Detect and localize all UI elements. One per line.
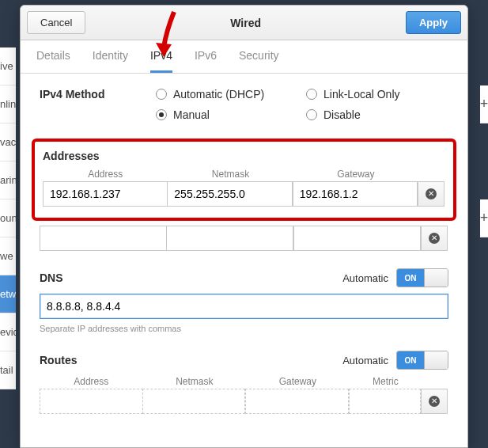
col-metric: Metric	[350, 376, 422, 387]
close-icon: ✕	[429, 233, 440, 244]
gateway-input[interactable]	[293, 226, 421, 251]
route-netmask-input[interactable]	[142, 389, 246, 414]
col-netmask: Netmask	[168, 169, 293, 180]
col-gateway: Gateway	[293, 169, 418, 180]
radio-manual[interactable]: Manual	[156, 108, 298, 121]
col-address: Address	[43, 169, 168, 180]
route-address-input[interactable]	[40, 389, 143, 414]
dns-title: DNS	[40, 271, 63, 284]
address-row: ✕	[43, 181, 445, 207]
netmask-input[interactable]	[166, 226, 293, 251]
ipv4-method-label: IPv4 Method	[40, 88, 132, 121]
delete-row-button[interactable]: ✕	[421, 226, 448, 251]
radio-icon	[156, 89, 167, 100]
dns-automatic-label: Automatic	[342, 272, 388, 284]
routes-automatic-switch[interactable]: ON	[396, 351, 448, 370]
tab-security[interactable]: Security	[239, 40, 279, 73]
delete-row-button[interactable]: ✕	[418, 181, 444, 207]
plus-fragment: +	[480, 199, 488, 237]
radio-automatic-dhcp[interactable]: Automatic (DHCP)	[156, 88, 298, 101]
sidebar-fragment: ivenlinvac arinouncwe etwevictail	[0, 47, 16, 389]
address-input[interactable]	[40, 226, 167, 251]
routes-title: Routes	[40, 354, 77, 366]
address-row-empty: ✕	[40, 226, 448, 251]
dialog-title: Wired	[85, 17, 405, 29]
switch-on-label: ON	[397, 269, 424, 287]
dns-automatic-switch[interactable]: ON	[396, 268, 448, 287]
plus-fragment: +	[480, 85, 488, 123]
dns-hint: Separate IP addresses with commas	[40, 324, 448, 333]
cancel-button[interactable]: Cancel	[27, 11, 85, 34]
content-area: IPv4 Method Automatic (DHCP) Link-Local …	[21, 74, 467, 447]
switch-knob	[424, 269, 448, 287]
routes-automatic-label: Automatic	[342, 355, 388, 366]
radio-icon	[306, 109, 317, 120]
addresses-title: Addresses	[43, 150, 445, 162]
switch-knob	[424, 351, 448, 369]
delete-route-button[interactable]: ✕	[421, 389, 448, 414]
radio-disable[interactable]: Disable	[306, 108, 448, 121]
radio-icon	[156, 109, 167, 120]
apply-button[interactable]: Apply	[406, 11, 461, 34]
netmask-input[interactable]	[167, 181, 292, 207]
tab-details[interactable]: Details	[36, 40, 70, 73]
radio-link-local[interactable]: Link-Local Only	[306, 88, 448, 101]
route-row: ✕	[40, 389, 448, 414]
close-icon: ✕	[426, 188, 437, 199]
route-metric-input[interactable]	[349, 389, 421, 414]
network-settings-dialog: Cancel Wired Apply Details Identity IPv4…	[20, 5, 468, 448]
radio-icon	[306, 89, 317, 100]
tab-ipv6[interactable]: IPv6	[195, 40, 217, 73]
gateway-input[interactable]	[293, 181, 418, 207]
tab-bar: Details Identity IPv4 IPv6 Security	[21, 40, 467, 74]
col-gateway: Gateway	[246, 376, 350, 387]
switch-on-label: ON	[397, 351, 424, 369]
titlebar: Cancel Wired Apply	[21, 6, 467, 40]
col-address: Address	[40, 376, 143, 387]
tab-ipv4[interactable]: IPv4	[150, 40, 172, 73]
col-netmask: Netmask	[143, 376, 247, 387]
dns-servers-input[interactable]	[40, 294, 448, 319]
close-icon: ✕	[429, 396, 440, 407]
addresses-section-highlight: Addresses Address Netmask Gateway ✕	[32, 139, 456, 221]
address-input[interactable]	[43, 181, 168, 207]
route-gateway-input[interactable]	[245, 389, 349, 414]
tab-identity[interactable]: Identity	[93, 40, 128, 73]
